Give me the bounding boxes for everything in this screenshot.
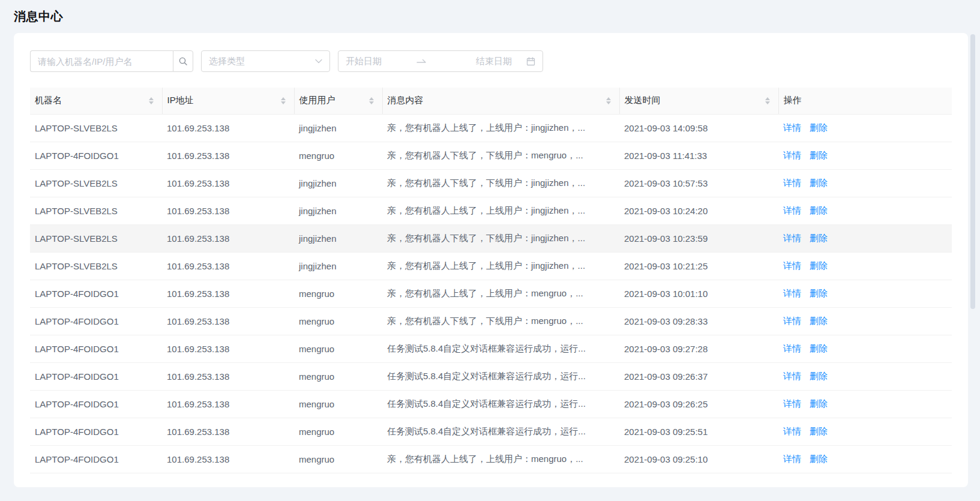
start-date-placeholder: 开始日期 bbox=[346, 56, 416, 67]
table-row: LAPTOP-4FOIDGO1101.69.253.138mengruo亲，您有… bbox=[30, 445, 952, 473]
table-row: LAPTOP-SLVEB2LS101.69.253.138jingjizhen亲… bbox=[30, 197, 952, 224]
delete-link[interactable]: 删除 bbox=[810, 426, 828, 436]
column-header-6: 操作 bbox=[778, 88, 952, 114]
delete-link[interactable]: 删除 bbox=[810, 454, 828, 464]
date-range-picker[interactable]: 开始日期 结束日期 bbox=[338, 50, 543, 72]
cell-ip-address: 101.69.253.138 bbox=[162, 114, 294, 142]
column-header-1[interactable]: 机器名 bbox=[30, 88, 162, 114]
table-row: LAPTOP-SLVEB2LS101.69.253.138jingjizhen亲… bbox=[30, 169, 952, 197]
sort-carets-icon[interactable] bbox=[149, 97, 154, 104]
cell-message-content: 亲，您有机器人上线了，上线用户：jingjizhen，... bbox=[382, 197, 619, 224]
delete-link[interactable]: 删除 bbox=[810, 343, 828, 353]
cell-actions: 详情删除 bbox=[778, 390, 952, 418]
cell-ip-address: 101.69.253.138 bbox=[162, 335, 294, 362]
delete-link[interactable]: 删除 bbox=[810, 260, 828, 271]
cell-user: mengruo bbox=[294, 418, 382, 445]
detail-link[interactable]: 详情 bbox=[783, 150, 801, 160]
cell-actions: 详情删除 bbox=[778, 335, 952, 362]
type-select-placeholder: 选择类型 bbox=[209, 56, 245, 67]
sort-carets-icon[interactable] bbox=[281, 97, 286, 104]
column-header-5[interactable]: 发送时间 bbox=[619, 88, 778, 114]
detail-link[interactable]: 详情 bbox=[783, 426, 801, 436]
cell-machine-name: LAPTOP-4FOIDGO1 bbox=[30, 142, 162, 169]
search-input[interactable] bbox=[30, 50, 173, 72]
table-row: LAPTOP-4FOIDGO1101.69.253.138mengruo任务测试… bbox=[30, 418, 952, 445]
cell-send-time: 2021-09-03 10:21:25 bbox=[619, 252, 778, 280]
column-header-2[interactable]: IP地址 bbox=[162, 88, 294, 114]
detail-link[interactable]: 详情 bbox=[783, 316, 801, 326]
cell-machine-name: LAPTOP-4FOIDGO1 bbox=[30, 390, 162, 418]
cell-actions: 详情删除 bbox=[778, 418, 952, 445]
type-select[interactable]: 选择类型 bbox=[201, 50, 330, 72]
table-row: LAPTOP-4FOIDGO1101.69.253.138mengruo亲，您有… bbox=[30, 307, 952, 335]
cell-machine-name: LAPTOP-4FOIDGO1 bbox=[30, 362, 162, 390]
detail-link[interactable]: 详情 bbox=[783, 260, 801, 271]
cell-message-content: 任务测试5.8.4自定义对话框兼容运行成功，运行... bbox=[382, 335, 619, 362]
sort-carets-icon[interactable] bbox=[369, 97, 374, 104]
cell-actions: 详情删除 bbox=[778, 362, 952, 390]
cell-message-content: 任务测试5.8.4自定义对话框兼容运行成功，运行... bbox=[382, 418, 619, 445]
cell-ip-address: 101.69.253.138 bbox=[162, 169, 294, 197]
chevron-down-icon bbox=[315, 59, 322, 64]
cell-actions: 详情删除 bbox=[778, 197, 952, 224]
delete-link[interactable]: 删除 bbox=[810, 150, 828, 160]
cell-ip-address: 101.69.253.138 bbox=[162, 142, 294, 169]
detail-link[interactable]: 详情 bbox=[783, 343, 801, 353]
cell-machine-name: LAPTOP-SLVEB2LS bbox=[30, 197, 162, 224]
calendar-icon bbox=[526, 57, 535, 66]
search-group bbox=[30, 50, 193, 72]
search-button[interactable] bbox=[173, 50, 193, 72]
filter-bar: 选择类型 开始日期 结束日期 bbox=[30, 50, 968, 72]
detail-link[interactable]: 详情 bbox=[783, 288, 801, 298]
cell-actions: 详情删除 bbox=[778, 307, 952, 335]
table-row: LAPTOP-4FOIDGO1101.69.253.138mengruo亲，您有… bbox=[30, 280, 952, 307]
cell-machine-name: LAPTOP-SLVEB2LS bbox=[30, 169, 162, 197]
table-row: LAPTOP-4FOIDGO1101.69.253.138mengruo亲，您有… bbox=[30, 142, 952, 169]
detail-link[interactable]: 详情 bbox=[783, 178, 801, 188]
cell-ip-address: 101.69.253.138 bbox=[162, 197, 294, 224]
sort-carets-icon[interactable] bbox=[606, 97, 611, 104]
delete-link[interactable]: 删除 bbox=[810, 288, 828, 298]
delete-link[interactable]: 删除 bbox=[810, 316, 828, 326]
cell-ip-address: 101.69.253.138 bbox=[162, 362, 294, 390]
delete-link[interactable]: 删除 bbox=[810, 371, 828, 381]
detail-link[interactable]: 详情 bbox=[783, 122, 801, 133]
cell-send-time: 2021-09-03 11:41:33 bbox=[619, 142, 778, 169]
cell-message-content: 亲，您有机器人上线了，上线用户：mengruo，... bbox=[382, 445, 619, 473]
delete-link[interactable]: 删除 bbox=[810, 178, 828, 188]
cell-send-time: 2021-09-03 09:25:10 bbox=[619, 445, 778, 473]
cell-user: jingjizhen bbox=[294, 114, 382, 142]
column-header-3[interactable]: 使用用户 bbox=[294, 88, 382, 114]
cell-machine-name: LAPTOP-4FOIDGO1 bbox=[30, 307, 162, 335]
table-row: LAPTOP-4FOIDGO1101.69.253.138mengruo任务测试… bbox=[30, 362, 952, 390]
table-row: LAPTOP-SLVEB2LS101.69.253.138jingjizhen亲… bbox=[30, 114, 952, 142]
cell-message-content: 亲，您有机器人下线了，下线用户：mengruo，... bbox=[382, 142, 619, 169]
cell-message-content: 任务测试5.8.4自定义对话框兼容运行成功，运行... bbox=[382, 362, 619, 390]
vertical-scrollbar-thumb[interactable] bbox=[970, 34, 975, 309]
cell-machine-name: LAPTOP-SLVEB2LS bbox=[30, 252, 162, 280]
cell-message-content: 亲，您有机器人上线了，上线用户：jingjizhen，... bbox=[382, 114, 619, 142]
detail-link[interactable]: 详情 bbox=[783, 205, 801, 215]
cell-message-content: 亲，您有机器人下线了，下线用户：jingjizhen，... bbox=[382, 169, 619, 197]
delete-link[interactable]: 删除 bbox=[810, 122, 828, 133]
cell-machine-name: LAPTOP-4FOIDGO1 bbox=[30, 335, 162, 362]
detail-link[interactable]: 详情 bbox=[783, 371, 801, 381]
delete-link[interactable]: 删除 bbox=[810, 205, 828, 215]
message-center-card: 选择类型 开始日期 结束日期 bbox=[14, 33, 968, 487]
cell-send-time: 2021-09-03 09:27:28 bbox=[619, 335, 778, 362]
cell-machine-name: LAPTOP-SLVEB2LS bbox=[30, 114, 162, 142]
messages-table: 机器名IP地址使用用户消息内容发送时间操作 LAPTOP-SLVEB2LS101… bbox=[30, 88, 968, 473]
search-icon bbox=[178, 56, 188, 66]
delete-link[interactable]: 删除 bbox=[810, 398, 828, 409]
cell-user: mengruo bbox=[294, 280, 382, 307]
delete-link[interactable]: 删除 bbox=[810, 233, 828, 243]
cell-actions: 详情删除 bbox=[778, 280, 952, 307]
detail-link[interactable]: 详情 bbox=[783, 398, 801, 409]
column-header-4[interactable]: 消息内容 bbox=[382, 88, 619, 114]
detail-link[interactable]: 详情 bbox=[783, 233, 801, 243]
sort-carets-icon[interactable] bbox=[765, 97, 770, 104]
cell-send-time: 2021-09-03 09:28:33 bbox=[619, 307, 778, 335]
detail-link[interactable]: 详情 bbox=[783, 454, 801, 464]
cell-user: mengruo bbox=[294, 142, 382, 169]
column-label: 机器名 bbox=[35, 95, 62, 106]
